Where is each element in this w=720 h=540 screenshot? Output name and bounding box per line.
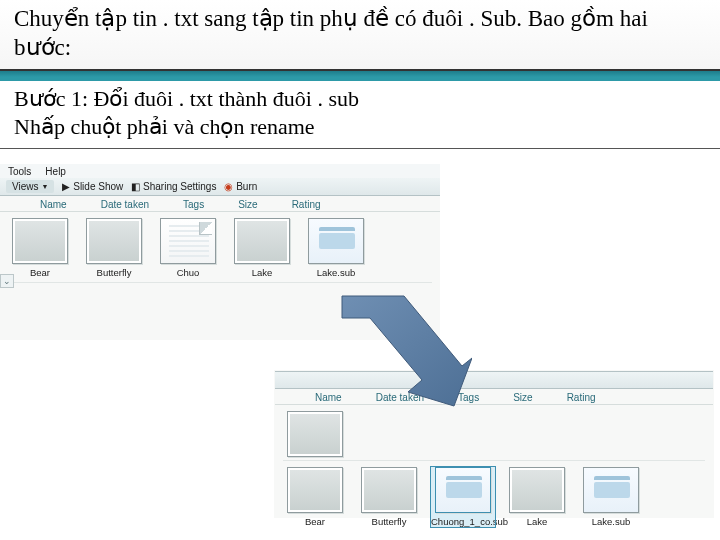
explorer-screenshot-1: Tools Help Views ▼ ▶ Slide Show ◧ Sharin… xyxy=(0,164,440,340)
video-thumb-icon xyxy=(509,467,565,513)
col-tags[interactable]: Tags xyxy=(458,392,479,403)
file-item[interactable]: Lake.sub xyxy=(579,467,643,527)
file-list-1: BearButterflyChuoLakeLake.sub xyxy=(0,212,440,282)
file-item[interactable]: Butterfly xyxy=(357,467,421,527)
chevron-icon[interactable]: ⌄ xyxy=(0,274,14,288)
menu-help[interactable]: Help xyxy=(45,166,66,177)
col-tags[interactable]: Tags xyxy=(183,199,204,210)
file-label: Lake.sub xyxy=(304,267,368,278)
subfile-icon xyxy=(308,218,364,264)
step-line2: Nhấp chuột phải và chọn rename xyxy=(14,113,706,142)
explorer-screenshot-2: Name Date taken Tags Size Rating BearBut… xyxy=(274,370,714,518)
file-label: Bear xyxy=(283,516,347,527)
video-thumb-icon xyxy=(361,467,417,513)
col-date[interactable]: Date taken xyxy=(101,199,149,210)
video-thumb-icon xyxy=(287,467,343,513)
subfile-icon xyxy=(583,467,639,513)
file-item[interactable]: Butterfly xyxy=(82,218,146,278)
file-label: Butterfly xyxy=(357,516,421,527)
col-name[interactable]: Name xyxy=(315,392,342,403)
column-headers: Name Date taken Tags Size Rating xyxy=(0,196,440,212)
col-rating[interactable]: Rating xyxy=(292,199,321,210)
file-list-2b: BearButterflyChuong_1_co.subLakeLake.sub xyxy=(275,461,713,531)
file-item[interactable]: Bear xyxy=(283,467,347,527)
title-text: Chuyển tập tin . txt sang tập tin phụ đề… xyxy=(14,6,648,60)
video-thumb-icon xyxy=(86,218,142,264)
file-label: Lake.sub xyxy=(579,516,643,527)
file-item[interactable]: Lake xyxy=(505,467,569,527)
file-item[interactable]: Lake xyxy=(230,218,294,278)
video-thumb-icon xyxy=(12,218,68,264)
slide-title: Chuyển tập tin . txt sang tập tin phụ đề… xyxy=(0,0,720,71)
accent-band xyxy=(0,71,720,81)
col-name[interactable]: Name xyxy=(40,199,67,210)
video-thumb-icon xyxy=(234,218,290,264)
file-label: Chuo xyxy=(156,267,220,278)
command-bar-2 xyxy=(275,371,713,389)
step-text: Bước 1: Đổi đuôi . txt thành đuôi . sub … xyxy=(0,81,720,149)
slideshow-button[interactable]: ▶ Slide Show xyxy=(62,181,123,192)
col-date[interactable]: Date taken xyxy=(376,392,424,403)
sharing-button[interactable]: ◧ Sharing Settings xyxy=(131,181,216,192)
command-bar: Views ▼ ▶ Slide Show ◧ Sharing Settings … xyxy=(0,178,440,196)
file-item[interactable]: Bear xyxy=(8,218,72,278)
chevron-down-icon: ▼ xyxy=(42,183,49,190)
file-label: Chuong_1_co.sub xyxy=(431,516,495,527)
file-item[interactable] xyxy=(283,411,347,460)
video-thumb-icon xyxy=(287,411,343,457)
file-item[interactable]: Chuong_1_co.sub xyxy=(431,467,495,527)
step-line1: Bước 1: Đổi đuôi . txt thành đuôi . sub xyxy=(14,85,706,114)
file-item[interactable]: Chuo xyxy=(156,218,220,278)
burn-button[interactable]: ◉ Burn xyxy=(224,181,257,192)
views-button[interactable]: Views ▼ xyxy=(6,180,54,193)
textfile-icon xyxy=(160,218,216,264)
file-label: Lake xyxy=(230,267,294,278)
col-size[interactable]: Size xyxy=(513,392,532,403)
file-label: Lake xyxy=(505,516,569,527)
subfile-icon xyxy=(435,467,491,513)
col-rating[interactable]: Rating xyxy=(567,392,596,403)
file-label: Butterfly xyxy=(82,267,146,278)
menu-tools[interactable]: Tools xyxy=(8,166,31,177)
menu-bar: Tools Help xyxy=(0,164,440,178)
navigation-stub: ⌄ xyxy=(0,270,18,320)
column-headers-2: Name Date taken Tags Size Rating xyxy=(275,389,713,405)
file-item[interactable]: Lake.sub xyxy=(304,218,368,278)
col-size[interactable]: Size xyxy=(238,199,257,210)
file-list-2a xyxy=(275,405,713,460)
